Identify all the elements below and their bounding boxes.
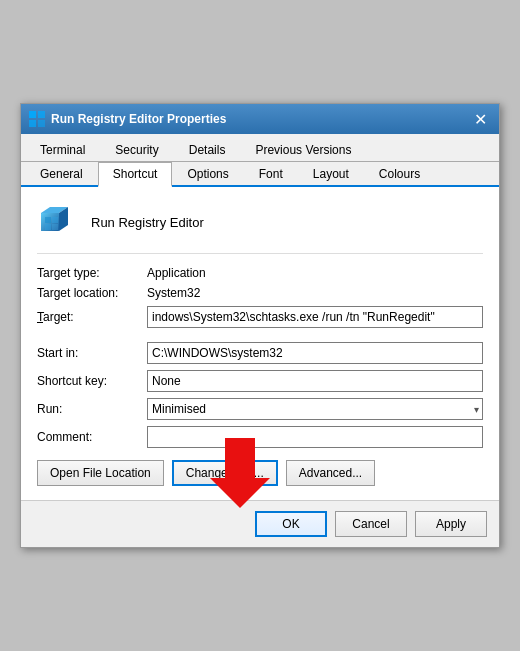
- cancel-button[interactable]: Cancel: [335, 511, 407, 537]
- tab-terminal[interactable]: Terminal: [25, 138, 100, 161]
- action-buttons: Open File Location Change Icon... Advanc…: [37, 460, 483, 486]
- title-bar: Run Registry Editor Properties ✕: [21, 104, 499, 134]
- advanced-button[interactable]: Advanced...: [286, 460, 375, 486]
- tab-shortcut[interactable]: Shortcut: [98, 162, 173, 187]
- start-in-row: Start in:: [37, 342, 483, 364]
- target-location-label: Target location:: [37, 286, 147, 300]
- tab-layout[interactable]: Layout: [298, 162, 364, 185]
- tab-general[interactable]: General: [25, 162, 98, 185]
- start-in-label: Start in:: [37, 346, 147, 360]
- title-bar-left: Run Registry Editor Properties: [29, 111, 226, 127]
- svg-rect-10: [45, 224, 51, 230]
- ok-button[interactable]: OK: [255, 511, 327, 537]
- tab-content: Run Registry Editor Target type: Applica…: [21, 187, 499, 500]
- window-icon: [29, 111, 45, 127]
- svg-rect-2: [29, 120, 36, 127]
- close-button[interactable]: ✕: [469, 108, 491, 130]
- top-tab-row: Terminal Security Details Previous Versi…: [21, 134, 499, 162]
- comment-row: Comment:: [37, 426, 483, 448]
- app-name: Run Registry Editor: [91, 215, 204, 230]
- app-icon: [37, 201, 79, 243]
- target-location-row: Target location: System32: [37, 286, 483, 300]
- run-row: Run: Minimised Normal window Maximised ▾: [37, 398, 483, 420]
- change-icon-button[interactable]: Change Icon...: [172, 460, 278, 486]
- target-type-label: Target type:: [37, 266, 147, 280]
- start-in-input[interactable]: [147, 342, 483, 364]
- target-type-row: Target type: Application: [37, 266, 483, 280]
- tab-previous-versions[interactable]: Previous Versions: [240, 138, 366, 161]
- footer: OK Cancel Apply: [21, 500, 499, 547]
- target-location-value: System32: [147, 286, 200, 300]
- bottom-tab-row: General Shortcut Options Font Layout Col…: [21, 162, 499, 187]
- svg-rect-1: [38, 111, 45, 118]
- svg-rect-9: [52, 217, 58, 223]
- tab-details[interactable]: Details: [174, 138, 241, 161]
- svg-rect-11: [52, 224, 58, 230]
- comment-input[interactable]: [147, 426, 483, 448]
- comment-label: Comment:: [37, 430, 147, 444]
- run-select[interactable]: Minimised Normal window Maximised: [147, 398, 483, 420]
- title-bar-text: Run Registry Editor Properties: [51, 112, 226, 126]
- shortcut-key-input[interactable]: [147, 370, 483, 392]
- run-select-wrapper: Minimised Normal window Maximised ▾: [147, 398, 483, 420]
- properties-window: Run Registry Editor Properties ✕ Termina…: [20, 103, 500, 548]
- target-label: Target:: [37, 310, 147, 324]
- apply-button[interactable]: Apply: [415, 511, 487, 537]
- svg-rect-3: [38, 120, 45, 127]
- shortcut-key-row: Shortcut key:: [37, 370, 483, 392]
- svg-rect-0: [29, 111, 36, 118]
- target-row: Target:: [37, 306, 483, 328]
- run-label: Run:: [37, 402, 147, 416]
- shortcut-key-label: Shortcut key:: [37, 374, 147, 388]
- tab-options[interactable]: Options: [172, 162, 243, 185]
- target-input[interactable]: [147, 306, 483, 328]
- tab-font[interactable]: Font: [244, 162, 298, 185]
- app-header: Run Registry Editor: [37, 201, 483, 254]
- tab-colours[interactable]: Colours: [364, 162, 435, 185]
- target-type-value: Application: [147, 266, 206, 280]
- open-file-location-button[interactable]: Open File Location: [37, 460, 164, 486]
- svg-rect-8: [45, 217, 51, 223]
- tab-security[interactable]: Security: [100, 138, 173, 161]
